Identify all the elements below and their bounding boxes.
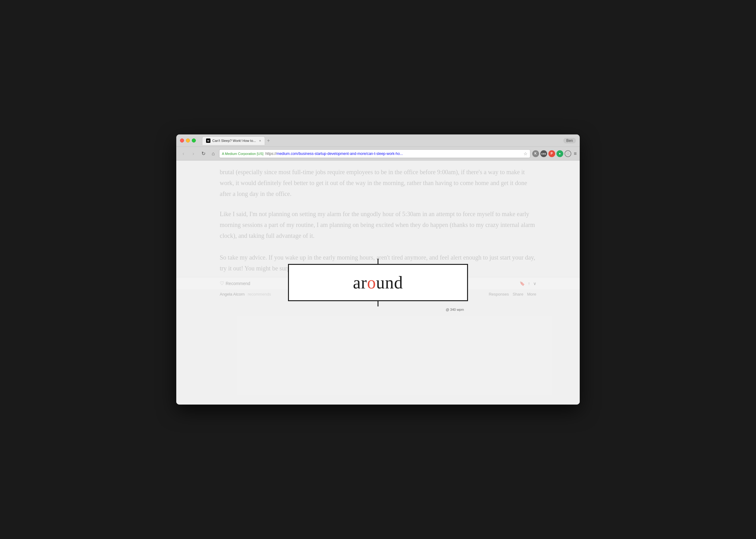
address-bar[interactable]: A Medium Corporation [US] https://medium… <box>219 149 530 158</box>
tab-close-button[interactable]: × <box>259 139 261 142</box>
menu-button[interactable]: ≡ <box>574 151 577 156</box>
pocket-extension-icon[interactable]: K <box>532 150 539 157</box>
profile-button[interactable]: Ben <box>563 138 576 143</box>
css-extension-icon[interactable]: css <box>540 150 547 157</box>
tab-favicon: M <box>206 138 210 143</box>
wpm-badge: @ 340 wpm <box>446 308 464 311</box>
new-tab-button[interactable]: + <box>267 138 270 143</box>
tab-bar: M Can't Sleep? Work! How to... × + <box>202 136 561 145</box>
ssl-badge: A Medium Corporation [US] <box>222 152 263 156</box>
forward-button[interactable]: › <box>189 150 197 158</box>
speed-reader-word: around <box>353 272 403 292</box>
minimize-button[interactable] <box>186 138 190 142</box>
url-https: https:// <box>265 152 277 156</box>
content-area: brutal (especially since most full-time … <box>176 161 580 405</box>
maximize-button[interactable] <box>192 138 196 142</box>
close-button[interactable] <box>180 138 184 142</box>
back-button[interactable]: ‹ <box>179 150 187 158</box>
url-path: /business-startup-development-and-more/c… <box>298 152 403 156</box>
home-button[interactable]: ⌂ <box>209 150 217 158</box>
word-focus-letter: o <box>367 272 376 292</box>
url-display: https://medium.com/business-startup-deve… <box>265 152 522 156</box>
active-tab[interactable]: M Can't Sleep? Work! How to... × <box>202 136 265 145</box>
green-extension-icon[interactable]: ● <box>556 150 563 157</box>
word-part-before: ar <box>353 272 367 292</box>
toolbar: ‹ › ↻ ⌂ A Medium Corporation [US] https:… <box>176 147 580 161</box>
title-bar: M Can't Sleep? Work! How to... × + Ben <box>176 134 580 147</box>
browser-window: M Can't Sleep? Work! How to... × + Ben ‹… <box>176 134 580 405</box>
speed-reader-container: around @ 340 wpm <box>288 264 468 301</box>
producthunt-extension-icon[interactable]: P <box>548 150 555 157</box>
refresh-button[interactable]: ↻ <box>199 150 207 158</box>
extensions-area: K css P ● □ <box>532 150 571 157</box>
ghost-extension-icon[interactable]: □ <box>565 150 571 157</box>
speed-reader-box[interactable]: around @ 340 wpm <box>288 264 468 301</box>
traffic-lights <box>180 138 196 142</box>
word-part-after: und <box>376 272 403 292</box>
speed-reader-overlay: around @ 340 wpm <box>176 161 580 405</box>
url-domain: medium.com <box>277 152 298 156</box>
tab-label: Can't Sleep? Work! How to... <box>212 139 256 142</box>
bookmark-star-icon[interactable]: ☆ <box>523 151 527 156</box>
